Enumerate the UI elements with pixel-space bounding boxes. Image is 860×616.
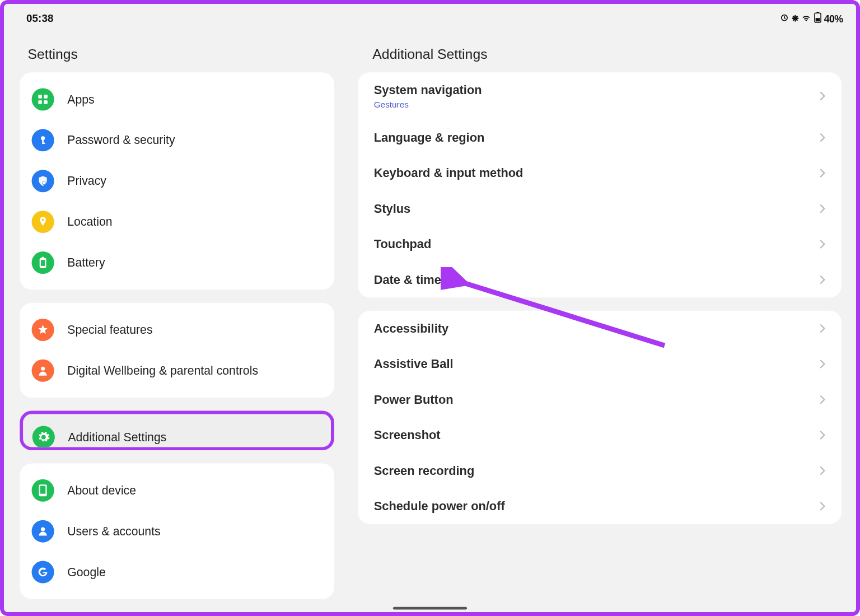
svg-point-17	[41, 367, 45, 371]
row-label: Schedule power on/off	[374, 499, 505, 514]
sidebar-item-digital-wellbeing[interactable]: Digital Wellbeing & parental controls	[20, 350, 334, 391]
svg-rect-4	[38, 95, 41, 98]
chevron-right-icon	[819, 394, 826, 405]
sidebar-item-label: About device	[67, 483, 136, 497]
sidebar-item-password-security[interactable]: Password & security	[20, 120, 334, 161]
sidebar-item-label: Google	[67, 565, 105, 579]
sidebar-item-label: Privacy	[67, 174, 106, 188]
person-icon	[32, 520, 54, 543]
sidebar-item-location[interactable]: Location	[20, 202, 334, 242]
sidebar-item-label: Digital Wellbeing & parental controls	[67, 363, 258, 377]
sidebar-item-additional-settings[interactable]: Additional Settings	[23, 414, 331, 450]
sidebar-item-label: Battery	[67, 256, 105, 270]
row-label: Touchpad	[374, 237, 432, 251]
svg-rect-10	[42, 143, 45, 144]
key-icon	[32, 129, 54, 151]
row-label: Assistive Ball	[374, 357, 454, 371]
sidebar-item-battery[interactable]: Battery	[20, 242, 334, 283]
row-date-time[interactable]: Date & time	[358, 262, 842, 297]
chevron-right-icon	[819, 239, 826, 250]
row-power-button[interactable]: Power Button	[358, 382, 842, 417]
battery-percent: 40%	[824, 13, 843, 24]
svg-rect-16	[41, 260, 45, 266]
sidebar-title: Settings	[4, 26, 334, 72]
svg-point-13	[42, 219, 44, 221]
chevron-right-icon	[819, 465, 826, 476]
wifi-icon	[801, 13, 812, 24]
sidebar-item-special-features[interactable]: Special features	[20, 309, 334, 350]
location-icon	[32, 211, 54, 233]
apps-icon	[32, 88, 54, 110]
google-icon	[32, 561, 54, 584]
svg-point-12	[43, 181, 45, 184]
sidebar-item-about-device[interactable]: About device	[20, 470, 334, 511]
status-bar: 05:38 ⁕ 40%	[4, 4, 856, 26]
row-label: Date & time	[374, 273, 441, 287]
chevron-right-icon	[819, 359, 826, 370]
row-label: System navigation	[374, 83, 482, 97]
row-screenshot[interactable]: Screenshot	[358, 417, 842, 452]
sidebar-item-users-accounts[interactable]: Users & accounts	[20, 511, 334, 552]
row-schedule-power[interactable]: Schedule power on/off	[358, 488, 842, 524]
row-stylus[interactable]: Stylus	[358, 191, 842, 226]
chevron-right-icon	[819, 430, 826, 441]
sidebar-item-label: Password & security	[67, 133, 175, 147]
row-label: Keyboard & input method	[374, 166, 524, 180]
detail-title: Additional Settings	[358, 26, 842, 72]
row-keyboard-input[interactable]: Keyboard & input method	[358, 155, 842, 190]
star-icon	[32, 319, 54, 341]
sidebar-item-label: Special features	[67, 323, 152, 337]
detail-group-1: System navigation Gestures Language & re…	[358, 72, 842, 297]
bluetooth-icon: ⁕	[791, 12, 800, 26]
svg-rect-5	[44, 95, 47, 98]
chevron-right-icon	[819, 274, 826, 285]
svg-rect-7	[44, 100, 47, 104]
row-system-navigation[interactable]: System navigation Gestures	[358, 72, 842, 120]
svg-rect-6	[38, 100, 41, 104]
sidebar-item-label: Location	[67, 215, 112, 229]
status-icons: ⁕ 40%	[779, 12, 843, 26]
row-label: Screen recording	[374, 464, 475, 478]
battery-icon	[814, 12, 822, 25]
row-accessibility[interactable]: Accessibility	[358, 311, 842, 346]
sidebar-item-label: Apps	[67, 92, 94, 106]
row-label: Stylus	[374, 202, 411, 216]
row-screen-recording[interactable]: Screen recording	[358, 453, 842, 488]
sidebar-item-label: Additional Settings	[68, 430, 166, 444]
svg-rect-19	[40, 486, 45, 494]
sidebar-group-1: Apps Password & security Privacy	[20, 72, 334, 290]
svg-point-20	[41, 528, 45, 531]
svg-rect-15	[41, 256, 44, 258]
sidebar-item-privacy[interactable]: Privacy	[20, 161, 334, 202]
row-assistive-ball[interactable]: Assistive Ball	[358, 346, 842, 381]
heart-person-icon	[32, 360, 54, 382]
sidebar-group-3: About device Users & accounts Google	[20, 464, 334, 599]
battery-menu-icon	[32, 251, 54, 274]
svg-rect-3	[816, 18, 820, 21]
chevron-right-icon	[819, 501, 826, 512]
home-indicator[interactable]	[393, 607, 467, 610]
chevron-right-icon	[819, 168, 826, 179]
row-label: Screenshot	[374, 428, 441, 442]
settings-sidebar: Settings Apps Password & security	[4, 26, 346, 612]
sidebar-item-google[interactable]: Google	[20, 552, 334, 592]
alarm-icon	[779, 12, 789, 24]
sidebar-item-label: Users & accounts	[67, 524, 160, 538]
svg-rect-2	[817, 12, 819, 13]
sidebar-item-additional-settings-highlight: Additional Settings	[20, 411, 334, 451]
row-label: Power Button	[374, 393, 454, 407]
chevron-right-icon	[819, 323, 826, 334]
chevron-right-icon	[819, 203, 826, 214]
row-label: Language & region	[374, 130, 485, 145]
gear-icon	[32, 426, 55, 449]
row-sublabel: Gestures	[374, 99, 482, 109]
device-icon	[32, 479, 54, 502]
row-language-region[interactable]: Language & region	[358, 120, 842, 155]
shield-icon	[32, 170, 54, 192]
row-label: Accessibility	[374, 321, 448, 336]
chevron-right-icon	[819, 91, 826, 101]
chevron-right-icon	[819, 132, 826, 143]
status-time: 05:38	[26, 12, 53, 24]
sidebar-item-apps[interactable]: Apps	[20, 79, 334, 120]
row-touchpad[interactable]: Touchpad	[358, 226, 842, 262]
